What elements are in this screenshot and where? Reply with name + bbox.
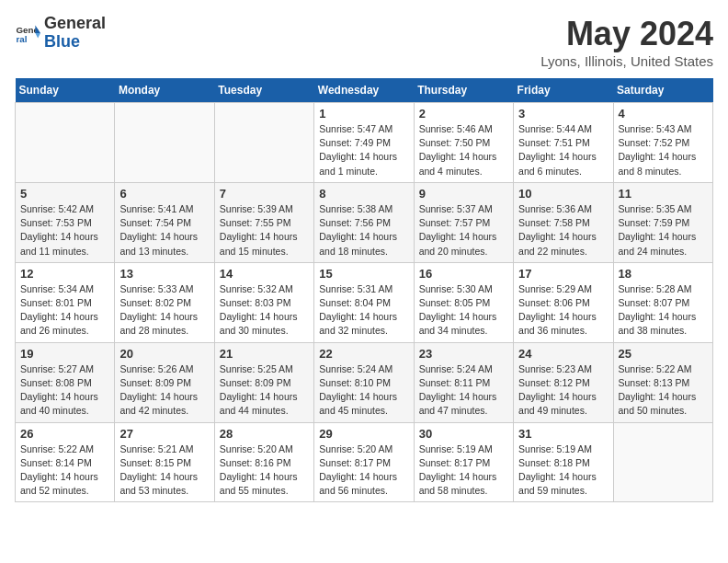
day-info: Sunrise: 5:22 AM Sunset: 8:13 PM Dayligh…: [619, 362, 708, 419]
day-number: 16: [419, 267, 508, 281]
day-info: Sunrise: 5:39 AM Sunset: 7:55 PM Dayligh…: [220, 202, 309, 259]
day-number: 20: [119, 347, 209, 361]
day-number: 11: [619, 187, 708, 201]
logo-blue: Blue: [44, 32, 80, 51]
day-number: 24: [518, 347, 608, 361]
calendar-week: 26Sunrise: 5:22 AM Sunset: 8:14 PM Dayli…: [16, 422, 713, 502]
calendar-day: 17Sunrise: 5:29 AM Sunset: 8:06 PM Dayli…: [514, 262, 613, 342]
calendar-day: 2Sunrise: 5:46 AM Sunset: 7:50 PM Daylig…: [414, 103, 513, 183]
day-info: Sunrise: 5:44 AM Sunset: 7:51 PM Dayligh…: [518, 122, 608, 178]
day-number: 19: [20, 347, 109, 361]
day-number: 18: [619, 267, 708, 281]
calendar-day: 28Sunrise: 5:20 AM Sunset: 8:16 PM Dayli…: [214, 422, 313, 502]
day-number: 8: [319, 187, 408, 201]
calendar-day: 21Sunrise: 5:25 AM Sunset: 8:09 PM Dayli…: [214, 342, 313, 422]
day-info: Sunrise: 5:36 AM Sunset: 7:58 PM Dayligh…: [518, 202, 608, 259]
day-number: 9: [419, 187, 508, 201]
calendar-day: [16, 103, 115, 183]
calendar-day: 24Sunrise: 5:23 AM Sunset: 8:12 PM Dayli…: [514, 342, 613, 422]
day-number: 31: [518, 427, 608, 441]
calendar-day: 20Sunrise: 5:26 AM Sunset: 8:09 PM Dayli…: [115, 342, 214, 422]
calendar-day: 3Sunrise: 5:44 AM Sunset: 7:51 PM Daylig…: [514, 103, 613, 183]
calendar-day: 11Sunrise: 5:35 AM Sunset: 7:59 PM Dayli…: [613, 182, 712, 262]
day-info: Sunrise: 5:47 AM Sunset: 7:49 PM Dayligh…: [319, 122, 408, 178]
day-info: Sunrise: 5:24 AM Sunset: 8:10 PM Dayligh…: [319, 362, 408, 419]
day-number: 2: [419, 107, 508, 121]
day-number: 10: [518, 187, 608, 201]
day-info: Sunrise: 5:33 AM Sunset: 8:02 PM Dayligh…: [119, 282, 209, 339]
day-number: 13: [119, 267, 209, 281]
calendar-week: 1Sunrise: 5:47 AM Sunset: 7:49 PM Daylig…: [16, 103, 713, 183]
calendar-day: 12Sunrise: 5:34 AM Sunset: 8:01 PM Dayli…: [16, 262, 115, 342]
calendar-day: 5Sunrise: 5:42 AM Sunset: 7:53 PM Daylig…: [16, 182, 115, 262]
header-day: Wednesday: [314, 78, 414, 103]
day-info: Sunrise: 5:20 AM Sunset: 8:17 PM Dayligh…: [319, 442, 408, 499]
day-number: 27: [119, 427, 209, 441]
day-info: Sunrise: 5:24 AM Sunset: 8:11 PM Dayligh…: [419, 362, 508, 419]
calendar-header: SundayMondayTuesdayWednesdayThursdayFrid…: [16, 78, 713, 103]
calendar-day: 19Sunrise: 5:27 AM Sunset: 8:08 PM Dayli…: [16, 342, 115, 422]
day-info: Sunrise: 5:25 AM Sunset: 8:09 PM Dayligh…: [220, 362, 309, 419]
day-info: Sunrise: 5:28 AM Sunset: 8:07 PM Dayligh…: [619, 282, 708, 339]
calendar-week: 5Sunrise: 5:42 AM Sunset: 7:53 PM Daylig…: [16, 182, 713, 262]
day-info: Sunrise: 5:46 AM Sunset: 7:50 PM Dayligh…: [419, 122, 508, 178]
day-number: 28: [220, 427, 309, 441]
svg-text:ral: ral: [16, 34, 27, 44]
calendar-day: 10Sunrise: 5:36 AM Sunset: 7:58 PM Dayli…: [514, 182, 613, 262]
day-number: 21: [220, 347, 309, 361]
day-number: 6: [119, 187, 209, 201]
day-number: 29: [319, 427, 408, 441]
calendar-week: 19Sunrise: 5:27 AM Sunset: 8:08 PM Dayli…: [16, 342, 713, 422]
calendar-day: 16Sunrise: 5:30 AM Sunset: 8:05 PM Dayli…: [414, 262, 513, 342]
day-info: Sunrise: 5:21 AM Sunset: 8:15 PM Dayligh…: [119, 442, 209, 499]
day-number: 7: [220, 187, 309, 201]
calendar-day: 26Sunrise: 5:22 AM Sunset: 8:14 PM Dayli…: [16, 422, 115, 502]
header-day: Tuesday: [214, 78, 313, 103]
day-info: Sunrise: 5:30 AM Sunset: 8:05 PM Dayligh…: [419, 282, 508, 339]
calendar-body: 1Sunrise: 5:47 AM Sunset: 7:49 PM Daylig…: [16, 103, 713, 502]
calendar-day: 25Sunrise: 5:22 AM Sunset: 8:13 PM Dayli…: [613, 342, 712, 422]
calendar-day: 9Sunrise: 5:37 AM Sunset: 7:57 PM Daylig…: [414, 182, 513, 262]
day-info: Sunrise: 5:35 AM Sunset: 7:59 PM Dayligh…: [619, 202, 708, 259]
calendar-day: 6Sunrise: 5:41 AM Sunset: 7:54 PM Daylig…: [115, 182, 214, 262]
calendar-day: 31Sunrise: 5:19 AM Sunset: 8:18 PM Dayli…: [514, 422, 613, 502]
day-number: 17: [518, 267, 608, 281]
header-day: Sunday: [16, 78, 115, 103]
day-info: Sunrise: 5:32 AM Sunset: 8:03 PM Dayligh…: [220, 282, 309, 339]
header-day: Thursday: [414, 78, 513, 103]
calendar-day: 27Sunrise: 5:21 AM Sunset: 8:15 PM Dayli…: [115, 422, 214, 502]
calendar-day: 22Sunrise: 5:24 AM Sunset: 8:10 PM Dayli…: [314, 342, 414, 422]
calendar-day: 18Sunrise: 5:28 AM Sunset: 8:07 PM Dayli…: [613, 262, 712, 342]
calendar-day: 7Sunrise: 5:39 AM Sunset: 7:55 PM Daylig…: [214, 182, 313, 262]
calendar-week: 12Sunrise: 5:34 AM Sunset: 8:01 PM Dayli…: [16, 262, 713, 342]
day-number: 26: [20, 427, 109, 441]
day-number: 22: [319, 347, 408, 361]
day-number: 23: [419, 347, 508, 361]
calendar-day: [214, 103, 313, 183]
day-info: Sunrise: 5:38 AM Sunset: 7:56 PM Dayligh…: [319, 202, 408, 259]
calendar-day: 15Sunrise: 5:31 AM Sunset: 8:04 PM Dayli…: [314, 262, 414, 342]
day-info: Sunrise: 5:26 AM Sunset: 8:09 PM Dayligh…: [119, 362, 209, 419]
day-info: Sunrise: 5:43 AM Sunset: 7:52 PM Dayligh…: [619, 122, 708, 178]
calendar-day: 8Sunrise: 5:38 AM Sunset: 7:56 PM Daylig…: [314, 182, 414, 262]
day-info: Sunrise: 5:29 AM Sunset: 8:06 PM Dayligh…: [518, 282, 608, 339]
day-info: Sunrise: 5:22 AM Sunset: 8:14 PM Dayligh…: [20, 442, 109, 499]
day-info: Sunrise: 5:41 AM Sunset: 7:54 PM Dayligh…: [119, 202, 209, 259]
header-day: Monday: [115, 78, 214, 103]
calendar-day: [613, 422, 712, 502]
day-number: 1: [319, 107, 408, 121]
day-number: 4: [619, 107, 708, 121]
day-number: 15: [319, 267, 408, 281]
header-day: Saturday: [613, 78, 712, 103]
day-number: 25: [619, 347, 708, 361]
svg-marker-3: [35, 33, 40, 39]
day-info: Sunrise: 5:19 AM Sunset: 8:18 PM Dayligh…: [518, 442, 608, 499]
logo-general: General: [44, 14, 106, 32]
location: Lyons, Illinois, United States: [540, 53, 713, 69]
calendar-day: 14Sunrise: 5:32 AM Sunset: 8:03 PM Dayli…: [214, 262, 313, 342]
day-info: Sunrise: 5:20 AM Sunset: 8:16 PM Dayligh…: [220, 442, 309, 499]
day-info: Sunrise: 5:23 AM Sunset: 8:12 PM Dayligh…: [518, 362, 608, 419]
logo-icon: Gene ral: [15, 20, 40, 46]
calendar-table: SundayMondayTuesdayWednesdayThursdayFrid…: [15, 78, 713, 502]
logo-text: General Blue: [44, 15, 106, 52]
